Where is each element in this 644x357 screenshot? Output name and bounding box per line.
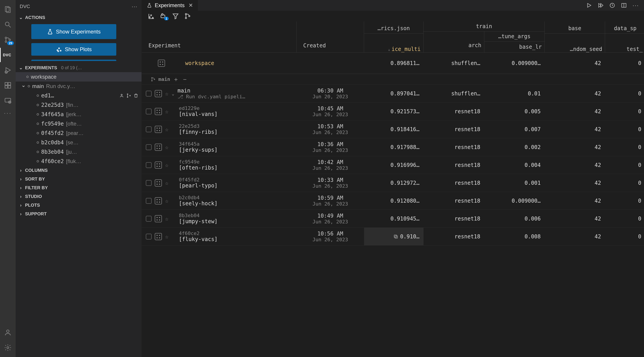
th-metric[interactable]: ↓ice_multi (364, 46, 423, 52)
plot-toggle-icon[interactable] (155, 144, 162, 151)
toolbar-filter-badge-icon[interactable]: 1 (160, 13, 167, 19)
branch-icon[interactable] (126, 93, 131, 98)
plot-toggle-icon[interactable] (155, 197, 162, 204)
star-icon[interactable]: ☆ (165, 126, 168, 133)
plot-toggle-icon[interactable] (155, 215, 162, 222)
tree-item[interactable]: b2c0db4[se… (16, 138, 142, 147)
toolbar-branch-icon[interactable] (184, 13, 191, 19)
star-icon[interactable]: ☆ (165, 108, 168, 115)
row-checkbox[interactable] (146, 144, 152, 150)
section-sortby[interactable]: ›SORT BY (16, 175, 142, 183)
star-icon[interactable]: ☆ (165, 233, 168, 240)
extensions-icon[interactable] (0, 78, 16, 92)
row-workspace[interactable]: workspace 0.896811… shufflen… 0.009000… … (142, 52, 644, 74)
table-row[interactable]: ☆ 8b3eb04[jumpy-stew] 10:49 AM Jun 26, 2… (142, 210, 644, 228)
star-icon[interactable]: ☆ (165, 144, 168, 151)
row-checkbox[interactable] (146, 162, 152, 168)
row-checkbox[interactable] (146, 109, 152, 114)
table-row[interactable]: ☆ 22e25d3[finny-ribs] 10:53 AM Jun 26, 2… (142, 120, 644, 138)
plot-toggle-icon[interactable] (155, 108, 162, 115)
section-actions[interactable]: ⌄ACTIONS (16, 13, 142, 22)
show-plots-button[interactable]: Show Plots (31, 43, 116, 56)
th-created[interactable]: Created (300, 42, 360, 50)
show-experiments-button[interactable]: Show Experiments (31, 24, 116, 39)
remote-icon[interactable] (0, 93, 16, 108)
plot-toggle-icon[interactable] (155, 126, 162, 133)
star-icon[interactable]: ☆ (165, 90, 168, 97)
user-icon[interactable] (119, 93, 124, 98)
tree-item[interactable]: 22e25d3[fin… (16, 100, 142, 110)
star-icon[interactable]: ☆ (165, 198, 168, 204)
tree-item[interactable]: 8b3eb04[ju… (16, 147, 142, 157)
tree-item[interactable]: fc9549e[ofte… (16, 119, 142, 128)
plot-toggle-icon[interactable] (158, 60, 165, 67)
plot-toggle-icon[interactable] (155, 90, 162, 97)
history-icon[interactable] (609, 2, 615, 8)
table-row[interactable]: ☆ ed1229e[nival-vans] 10:45 AM Jun 26, 2… (142, 102, 644, 120)
plot-toggle-icon[interactable] (155, 179, 162, 187)
th-metrics-file[interactable]: …rics.json (364, 23, 423, 33)
th-tune-args[interactable]: …tune_args (484, 31, 545, 41)
tree-item[interactable]: 34f645a[jerk… (16, 110, 142, 119)
table-row[interactable]: ☆ b2c0db4[seely-hock] 10:59 AM Jun 26, 2… (142, 192, 644, 210)
section-filterby[interactable]: ›FILTER BY (16, 183, 142, 192)
source-control-icon[interactable]: 29 (0, 33, 16, 47)
tab-experiments[interactable]: Experiments ✕ (142, 0, 198, 11)
tree-main[interactable]: main Run dvc.y… (16, 81, 142, 91)
th-base[interactable]: base (545, 23, 605, 33)
run-icon[interactable] (586, 2, 592, 8)
section-plots[interactable]: ›PLOTS (16, 201, 142, 210)
run-all-icon[interactable] (598, 2, 604, 8)
branch-remove-icon[interactable]: − (182, 76, 188, 83)
star-icon[interactable]: ☆ (165, 215, 168, 222)
th-data-sp[interactable]: data_sp (605, 23, 644, 33)
tree-item[interactable]: ed1… (16, 91, 142, 100)
th-experiment[interactable]: Experiment (146, 42, 292, 50)
plot-toggle-icon[interactable] (155, 162, 162, 169)
row-checkbox[interactable] (146, 216, 152, 222)
th-arch[interactable]: arch (424, 42, 484, 51)
th-train[interactable]: train (424, 21, 544, 31)
row-checkbox[interactable] (146, 234, 152, 240)
table-row[interactable]: ☆ 0f45fd2[pearl-typo] 10:33 AM Jun 26, 2… (142, 174, 644, 192)
tree-item[interactable]: 4f60ce2[fluk… (16, 157, 142, 166)
svg-point-28 (127, 97, 128, 98)
branch-add-icon[interactable]: + (173, 76, 179, 83)
table-row[interactable]: ☆ ⌄ main⎇ Run dvc.yaml pipeli… 06:30 AM … (142, 85, 644, 102)
row-checkbox[interactable] (146, 126, 152, 132)
search-icon[interactable] (0, 17, 16, 32)
split-icon[interactable] (621, 2, 627, 8)
account-icon[interactable] (0, 325, 16, 340)
table-row[interactable]: ☆ fc9549e[often-ribs] 10:42 AM Jun 26, 2… (142, 156, 644, 174)
plot-toggle-icon[interactable] (155, 233, 162, 240)
more-icon[interactable]: ··· (0, 109, 16, 117)
settings-gear-icon[interactable] (0, 341, 16, 355)
tree-workspace[interactable]: workspace (16, 72, 142, 81)
section-studio[interactable]: ›STUDIO (16, 192, 142, 201)
tab-more-icon[interactable]: ··· (632, 2, 639, 8)
chevron-down-icon[interactable]: ⌄ (172, 91, 174, 96)
run-debug-icon[interactable] (0, 63, 16, 77)
trash-icon[interactable] (134, 93, 138, 98)
row-checkbox[interactable] (146, 198, 152, 204)
section-columns[interactable]: ›COLUMNS (16, 166, 142, 175)
row-checkbox[interactable] (146, 91, 152, 96)
table-row[interactable]: ☆ 34f645a[jerky-sups] 10:36 AM Jun 26, 2… (142, 138, 644, 156)
table-row[interactable]: ☆ 4f60ce2[fluky-vacs] 10:56 AM Jun 26, 2… (142, 228, 644, 246)
star-icon[interactable]: ☆ (165, 180, 168, 186)
star-icon[interactable]: ☆ (165, 162, 168, 168)
th-base-lr[interactable]: base_lr (484, 41, 545, 52)
dvc-icon[interactable]: DVC (0, 48, 16, 62)
explorer-icon[interactable] (0, 2, 16, 16)
section-experiments[interactable]: ⌄EXPERIMENTS 0 of 19 (… (16, 63, 142, 72)
tree-item[interactable]: 0f45fd2[pear… (16, 128, 142, 138)
th-seed[interactable]: …ndom_seed (545, 46, 605, 52)
th-test[interactable]: test_ (605, 46, 644, 52)
copy-icon[interactable] (393, 234, 398, 239)
section-support[interactable]: ›SUPPORT (16, 210, 142, 218)
close-tab-icon[interactable]: ✕ (188, 2, 193, 8)
toolbar-filter-icon[interactable] (172, 13, 179, 19)
toolbar-plots-icon[interactable] (148, 13, 155, 19)
row-checkbox[interactable] (146, 180, 152, 186)
sidebar-more-icon[interactable]: ··· (132, 3, 138, 9)
